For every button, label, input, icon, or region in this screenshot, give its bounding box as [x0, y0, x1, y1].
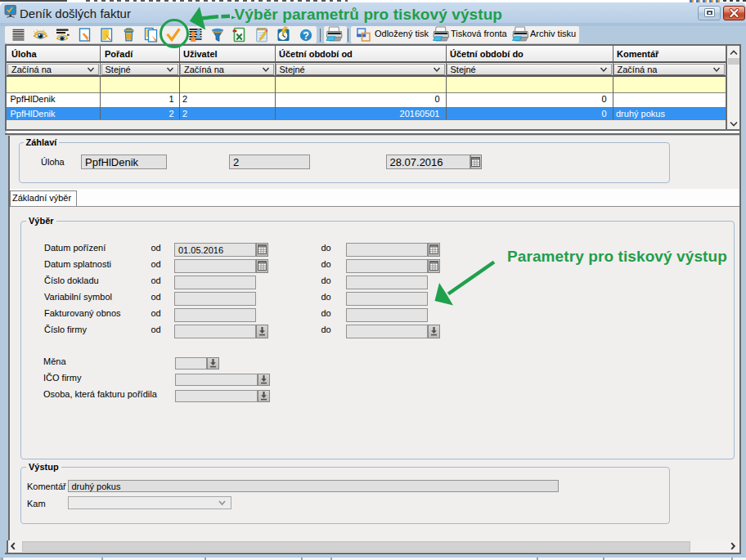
svg-text:?: ?: [303, 30, 309, 42]
